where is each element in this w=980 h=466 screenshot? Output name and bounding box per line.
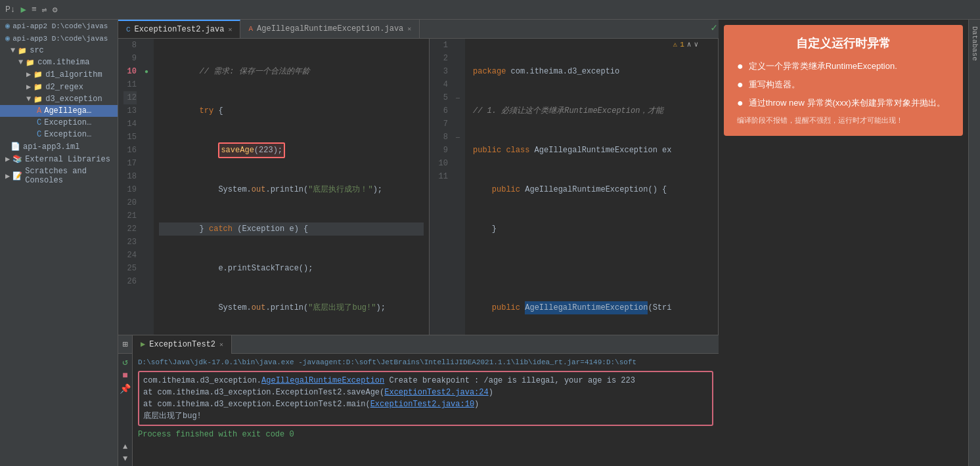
code-line-13: e.printStackTrace();	[159, 262, 424, 275]
sidebar-item-exception1[interactable]: C Exception…	[0, 117, 118, 129]
db-sidebar-label: Database	[971, 26, 979, 61]
sidebar-item-api-app3[interactable]: ◉ api-app3 D:\code\javas	[0, 32, 118, 45]
tab-exception-test2[interactable]: C ExceptionTest2.java ✕	[118, 20, 240, 38]
sidebar-item-exception2[interactable]: C Exception…	[0, 129, 118, 140]
sidebar-item-d3[interactable]: ▼ 📁 d3_exception	[0, 93, 118, 105]
scratches-icon: 📝	[12, 171, 22, 181]
sidebar-item-iml[interactable]: 📄 api-app3.iml	[0, 140, 118, 153]
error-line-1: com.itheima.d3_exception.AgeIllegalRunti…	[143, 375, 708, 387]
folder-icon: 📁	[26, 58, 35, 67]
project-icon: ◉	[5, 33, 10, 43]
tab-label2: AgeIllegalRuntimeException.java	[257, 24, 403, 33]
error-box: com.itheima.d3_exception.AgeIllegalRunti…	[138, 371, 713, 426]
sidebar-label: Scratches and Consoles	[25, 167, 115, 185]
right-line-2: // 1. 必须让这个类继承RuntimeException，才能	[470, 104, 713, 117]
sidebar-label: d2_regex	[45, 83, 83, 92]
project-icon[interactable]: P↓	[5, 5, 16, 14]
tab-age-illegal[interactable]: A AgeIllegalRuntimeException.java ✕	[240, 20, 420, 38]
expand-icon: ▶	[26, 70, 31, 79]
right-code-panel: ⚠ 1 ∧ ∨ 1 2 3 4 5 6 7 8 9	[430, 39, 719, 335]
sidebar-item-com-itheima[interactable]: ▼ 📁 com.itheima	[0, 56, 118, 68]
slide-card: 自定义运行时异常 ● 定义一个异常类继承RuntimeException. ● …	[724, 25, 963, 136]
slide-item-2: ● 重写构造器。	[737, 79, 950, 91]
main-link[interactable]: ExceptionTest2.java:10	[370, 400, 474, 409]
line-numbers-left: 8 9 10 11 12 13 14 15 16 17 18 19 20 21	[118, 39, 142, 335]
build-icon[interactable]: ≡	[32, 5, 37, 14]
tab-file-icon: C	[126, 26, 131, 33]
restart-icon[interactable]: ↺	[122, 356, 127, 368]
code-lines-left[interactable]: // 需求: 保存一个合法的年龄 try { saveAge(223); Sys…	[154, 39, 429, 335]
iml-icon: 📄	[11, 142, 20, 152]
exit-line: Process finished with exit code 0	[138, 429, 713, 440]
sidebar-label: d3_exception	[45, 95, 102, 104]
tab-file-icon2: A	[248, 25, 253, 33]
sidebar-item-src[interactable]: ▼ 📁 src	[0, 45, 118, 56]
sidebar-item-ageillegafile[interactable]: A AgeIllega…	[0, 105, 118, 117]
scroll-down-icon[interactable]: ▼	[123, 454, 127, 463]
left-code-panel: 8 9 10 11 12 13 14 15 16 17 18 19 20 21	[118, 39, 430, 335]
tab-close-icon2[interactable]: ✕	[407, 25, 411, 33]
left-code-content[interactable]: 8 9 10 11 12 13 14 15 16 17 18 19 20 21	[118, 39, 429, 335]
folder-icon: 📁	[33, 70, 43, 79]
bottom-tab-bar: ⊞ ▶ ExceptionTest2 ✕	[118, 335, 719, 354]
scroll-up-icon[interactable]: ▲	[123, 442, 127, 452]
run-command-line: D:\soft\Java\jdk-17.0.1\bin\java.exe -ja…	[138, 356, 713, 368]
sidebar-label: AgeIllega…	[44, 106, 91, 116]
sidebar-item-ext-libs[interactable]: ▶ 📚 External Libraries	[0, 153, 118, 165]
sidebar-item-api-app2[interactable]: ◉ api-app2 D:\code\javas	[0, 20, 118, 32]
nav-down-icon[interactable]: ∨	[694, 40, 698, 49]
right-line-6	[470, 262, 713, 275]
db-sidebar[interactable]: Database	[968, 20, 980, 466]
bottom-panel: ⊞ ▶ ExceptionTest2 ✕ ↺ ■ 📌 ▲ ▼	[118, 335, 719, 466]
file-icon: C	[37, 130, 41, 139]
warn-icon: ⚠	[673, 40, 678, 49]
code-lines-right[interactable]: package com.itheima.d3_exceptio // 1. 必须…	[465, 39, 718, 335]
save-age-link[interactable]: ExceptionTest2.java:24	[384, 388, 488, 397]
bottom-controls-icon[interactable]: ⊞	[118, 335, 133, 354]
exception-link[interactable]: AgeIllegalRuntimeException	[261, 376, 384, 385]
code-line-11: System.out.println("底层执行成功！");	[159, 183, 424, 196]
expand-icon: ▼	[11, 46, 15, 55]
right-code-content[interactable]: 1 2 3 4 5 6 7 8 9 10 11	[430, 39, 718, 335]
main-layout: ◉ api-app2 D:\code\javas ◉ api-app3 D:\c…	[0, 20, 980, 466]
right-line-5: }	[470, 222, 713, 236]
code-line-8: // 需求: 保存一个合法的年龄	[159, 65, 424, 78]
sidebar-label: src	[30, 46, 44, 55]
sync-icon[interactable]: ⇌	[42, 5, 47, 15]
expand-icon: ▶	[26, 82, 31, 92]
nav-up-icon[interactable]: ∧	[687, 40, 692, 49]
settings-icon[interactable]: ⚙	[53, 5, 58, 15]
pin-icon[interactable]: 📌	[120, 383, 131, 394]
tab-close-icon[interactable]: ✕	[228, 26, 232, 33]
code-line-10: saveAge(223);	[159, 144, 424, 157]
top-bar: P↓ ▶ ≡ ⇌ ⚙	[0, 0, 980, 20]
tab-label: ExceptionTest2.java	[135, 25, 225, 34]
sidebar-label: api-app3 D:\code\javas	[12, 35, 108, 43]
sidebar-item-d2[interactable]: ▶ 📁 d2_regex	[0, 81, 118, 93]
run-icon[interactable]: ▶	[21, 4, 26, 15]
right-line-1: package com.itheima.d3_exceptio	[470, 65, 713, 78]
run-tab-close[interactable]: ✕	[219, 341, 223, 349]
folder-icon: 📁	[33, 83, 43, 91]
slide-item-text-1: 定义一个异常类继承RuntimeException.	[749, 60, 897, 72]
slide-item-text-2: 重写构造器。	[749, 79, 800, 91]
slide-item-1: ● 定义一个异常类继承RuntimeException.	[737, 60, 950, 72]
bullet-3: ●	[737, 97, 744, 109]
folder-icon: ▶	[5, 171, 10, 181]
sidebar-label: api-app3.iml	[23, 142, 79, 152]
code-line-14: System.out.println("底层出现了bug!");	[159, 301, 424, 314]
stop-icon[interactable]: ■	[122, 370, 127, 381]
slide-footer: 编译阶段不报错，提醒不强烈，运行时才可能出现！	[737, 116, 950, 125]
file-icon: A	[37, 106, 41, 116]
folder-icon: 📁	[18, 47, 27, 55]
expand-icon: ▼	[18, 58, 23, 67]
sidebar-label: d1_algorithm	[45, 70, 102, 79]
project-icon: ◉	[5, 21, 10, 31]
gutter-right: — —	[453, 39, 465, 335]
console-output[interactable]: D:\soft\Java\jdk-17.0.1\bin\java.exe -ja…	[133, 354, 719, 466]
sidebar-item-d1[interactable]: ▶ 📁 d1_algorithm	[0, 68, 118, 81]
sidebar-item-scratches[interactable]: ▶ 📝 Scratches and Consoles	[0, 165, 118, 186]
tab-run[interactable]: ▶ ExceptionTest2 ✕	[133, 335, 232, 354]
right-line-7: public AgeIllegalRuntimeException(Stri	[470, 301, 713, 314]
file-icon: C	[37, 118, 41, 127]
